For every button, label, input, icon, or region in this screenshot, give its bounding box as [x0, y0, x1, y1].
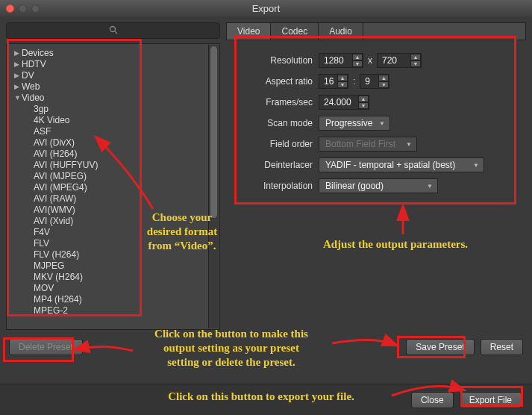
resolution-label: Resolution: [232, 55, 319, 66]
chevron-down-icon: ▼: [473, 162, 479, 169]
tree-item[interactable]: AVI (DivX): [10, 137, 219, 148]
tree-item[interactable]: MJPEG: [10, 260, 219, 271]
window-title: Export: [0, 3, 532, 14]
chevron-right-icon: ▶: [14, 60, 22, 68]
aspect-label: Aspect ratio: [232, 76, 319, 87]
tree-item[interactable]: AVI(WMV): [10, 204, 219, 215]
delete-preset-button[interactable]: Delete Preset: [9, 339, 83, 355]
stepper-up-icon[interactable]: ▲: [378, 75, 389, 81]
svg-line-1: [115, 31, 117, 34]
interpolation-dropdown[interactable]: Bilinear (good) ▼: [319, 178, 438, 193]
resolution-height-input[interactable]: 720 ▲▼: [377, 53, 422, 68]
chevron-down-icon: ▼: [427, 183, 433, 190]
stepper-down-icon[interactable]: ▼: [378, 81, 389, 88]
tree-category-label: Devices: [22, 48, 54, 58]
field-order-label: Field order: [232, 139, 319, 149]
tree-item[interactable]: ASF: [10, 125, 219, 137]
tab-audio[interactable]: Audio: [319, 23, 363, 40]
reset-button[interactable]: Reset: [481, 339, 523, 355]
tree-item[interactable]: AVI (Xvid): [10, 215, 219, 226]
tree-category[interactable]: ▶Devices: [10, 47, 219, 58]
tree-item[interactable]: MPEG-2: [10, 305, 219, 316]
tree-scrollbar[interactable]: [208, 45, 219, 328]
search-icon: [109, 25, 118, 37]
titlebar: Export: [0, 0, 532, 16]
stepper-down-icon[interactable]: ▼: [337, 81, 348, 88]
tree-item[interactable]: F4V: [10, 226, 219, 237]
aspect-a-input[interactable]: 16 ▲▼: [319, 74, 348, 89]
chevron-right-icon: ▶: [14, 49, 22, 57]
tree-item[interactable]: AVI (MPEG4): [10, 181, 219, 193]
export-file-button[interactable]: Export File: [460, 392, 522, 408]
search-input[interactable]: [6, 22, 220, 39]
tree-category[interactable]: ▼Video: [10, 92, 219, 103]
tree-category-label: HDTV: [22, 59, 46, 69]
tree-category[interactable]: ▶HDTV: [10, 58, 219, 69]
scan-mode-label: Scan mode: [232, 118, 319, 128]
tree-scrollbar-thumb[interactable]: [210, 46, 217, 218]
aspect-b-input[interactable]: 9 ▲▼: [360, 74, 389, 89]
preset-bar: Delete Preset Save Preset Reset: [0, 336, 532, 364]
deinterlacer-dropdown[interactable]: YADIF - temporal + spatial (best) ▼: [319, 157, 484, 172]
tree-item[interactable]: 3gp: [10, 103, 219, 114]
tree-item[interactable]: FLV (H264): [10, 249, 219, 260]
resolution-separator: x: [363, 55, 377, 66]
preset-tree[interactable]: ▶Devices▶HDTV▶DV▶Web▼Video3gp4K VideoASF…: [6, 43, 220, 330]
stepper-up-icon[interactable]: ▲: [337, 75, 348, 81]
video-settings-form: Resolution 1280 ▲▼ x 720 ▲▼ Aspect ratio…: [226, 40, 526, 205]
stepper-up-icon[interactable]: ▲: [410, 54, 421, 60]
chevron-right-icon: ▶: [14, 83, 22, 90]
tree-item[interactable]: AVI (HUFFYUV): [10, 159, 219, 170]
aspect-separator: :: [348, 76, 360, 87]
tree-category[interactable]: ▶Web: [10, 81, 219, 92]
deinterlacer-label: Deinterlacer: [232, 160, 319, 170]
stepper-down-icon[interactable]: ▼: [410, 60, 421, 67]
tree-item[interactable]: 4K Video: [10, 114, 219, 125]
scan-mode-dropdown[interactable]: Progressive ▼: [319, 116, 390, 131]
tree-item[interactable]: AVI (MJPEG): [10, 170, 219, 181]
stepper-down-icon[interactable]: ▼: [358, 102, 369, 109]
tree-category[interactable]: ▶DV: [10, 69, 219, 81]
tree-category-label: Video: [22, 93, 44, 103]
tree-item[interactable]: MOV: [10, 282, 219, 293]
tab-video[interactable]: Video: [227, 23, 271, 40]
save-preset-button[interactable]: Save Preset: [406, 339, 474, 355]
stepper-down-icon[interactable]: ▼: [352, 60, 363, 67]
tree-item[interactable]: MKV (H264): [10, 271, 219, 282]
stepper-up-icon[interactable]: ▲: [358, 96, 369, 102]
tree-category-label: Web: [22, 81, 40, 92]
resolution-width-input[interactable]: 1280 ▲▼: [319, 53, 363, 68]
stepper-up-icon[interactable]: ▲: [352, 54, 363, 60]
tree-item[interactable]: AVI (H264): [10, 148, 219, 159]
tree-item[interactable]: FLV: [10, 237, 219, 249]
chevron-down-icon: ▼: [406, 141, 412, 148]
chevron-down-icon: ▼: [14, 94, 22, 102]
dialog-footer: Close Export File: [0, 384, 532, 415]
close-button[interactable]: Close: [411, 392, 454, 408]
chevron-down-icon: ▼: [379, 120, 385, 127]
chevron-right-icon: ▶: [14, 72, 22, 79]
fps-input[interactable]: 24.000 ▲▼: [319, 95, 369, 110]
settings-tabs: Video Codec Audio: [226, 22, 526, 40]
tab-codec[interactable]: Codec: [271, 23, 319, 40]
svg-point-0: [110, 26, 115, 31]
tree-category-label: DV: [22, 70, 34, 81]
fps-label: Frames/sec: [232, 97, 319, 107]
field-order-dropdown: Bottom Field First ▼: [319, 137, 417, 152]
tree-item[interactable]: MP4 (H264): [10, 293, 219, 305]
tree-item[interactable]: AVI (RAW): [10, 193, 219, 204]
interpolation-label: Interpolation: [232, 181, 319, 191]
